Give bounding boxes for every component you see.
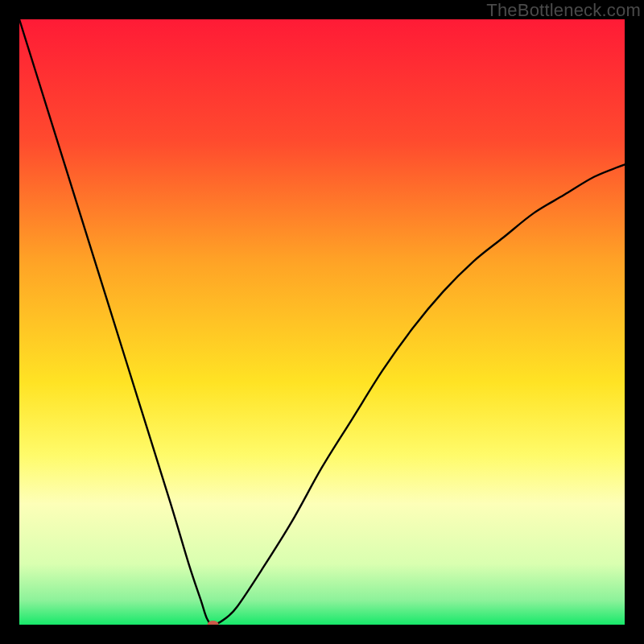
chart-background	[19, 19, 625, 625]
chart-frame	[19, 19, 625, 625]
bottleneck-chart	[19, 19, 625, 625]
watermark-text: TheBottleneck.com	[486, 0, 641, 21]
